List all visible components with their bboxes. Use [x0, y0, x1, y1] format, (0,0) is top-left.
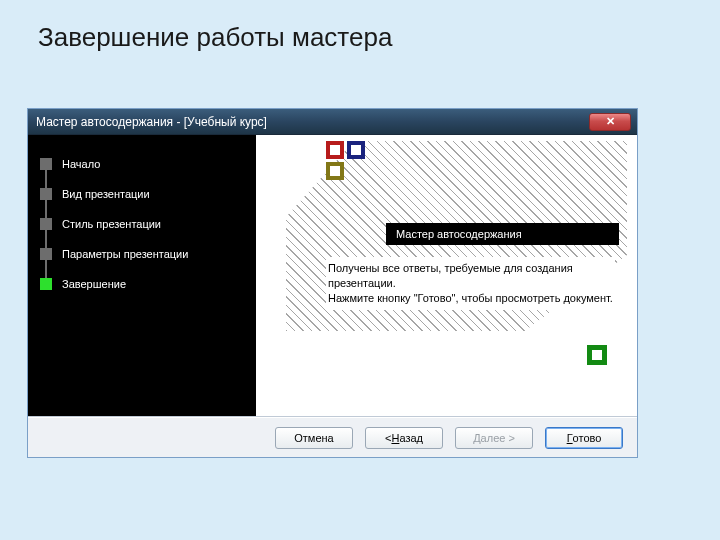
- preview-pane: Мастер автосодержания Получены все ответ…: [256, 135, 637, 416]
- wizard-body: Начало Вид презентации Стиль презентации…: [28, 135, 637, 417]
- window-title: Мастер автосодержания - [Учебный курс]: [34, 115, 589, 129]
- step-label: Вид презентации: [62, 188, 150, 200]
- step-box-icon: [40, 248, 52, 260]
- square-olive-icon: [326, 162, 344, 180]
- square-green-icon: [587, 345, 607, 365]
- step-label: Завершение: [62, 278, 126, 290]
- step-box-icon: [40, 188, 52, 200]
- dot-pattern: [256, 135, 282, 416]
- step-type[interactable]: Вид презентации: [40, 179, 244, 209]
- close-button[interactable]: ✕: [589, 113, 631, 131]
- close-icon: ✕: [606, 115, 615, 128]
- finish-button[interactable]: Готово: [545, 427, 623, 449]
- step-box-active-icon: [40, 278, 52, 290]
- square-red-icon: [326, 141, 344, 159]
- preview-line: Нажмите кнопку "Готово", чтобы просмотре…: [328, 291, 613, 306]
- step-label: Параметры презентации: [62, 248, 188, 260]
- preview-line: Получены все ответы, требуемые для созда…: [328, 261, 613, 291]
- titlebar: Мастер автосодержания - [Учебный курс] ✕: [28, 109, 637, 135]
- cancel-button[interactable]: Отмена: [275, 427, 353, 449]
- step-box-icon: [40, 218, 52, 230]
- next-rest: алее >: [481, 432, 515, 444]
- slide-title: Завершение работы мастера: [0, 0, 720, 53]
- preview-text: Получены все ответы, требуемые для созда…: [326, 257, 615, 310]
- step-label: Стиль презентации: [62, 218, 161, 230]
- next-ul: Д: [473, 432, 480, 444]
- step-label: Начало: [62, 158, 100, 170]
- next-button: Далее >: [455, 427, 533, 449]
- preview-wrap: Мастер автосодержания Получены все ответ…: [256, 135, 637, 416]
- step-box-icon: [40, 158, 52, 170]
- step-params[interactable]: Параметры презентации: [40, 239, 244, 269]
- button-bar: Отмена < Назад Далее > Готово: [28, 417, 637, 457]
- back-rest: азад: [399, 432, 423, 444]
- step-finish[interactable]: Завершение: [40, 269, 244, 299]
- steps-pane: Начало Вид презентации Стиль презентации…: [28, 135, 256, 416]
- finish-rest: отово: [573, 432, 602, 444]
- step-style[interactable]: Стиль презентации: [40, 209, 244, 239]
- square-blue-icon: [347, 141, 365, 159]
- wizard-window: Мастер автосодержания - [Учебный курс] ✕…: [27, 108, 638, 458]
- back-button[interactable]: < Назад: [365, 427, 443, 449]
- back-ul: Н: [391, 432, 399, 444]
- color-squares: [326, 141, 365, 180]
- step-start[interactable]: Начало: [40, 149, 244, 179]
- preview-title: Мастер автосодержания: [386, 223, 619, 245]
